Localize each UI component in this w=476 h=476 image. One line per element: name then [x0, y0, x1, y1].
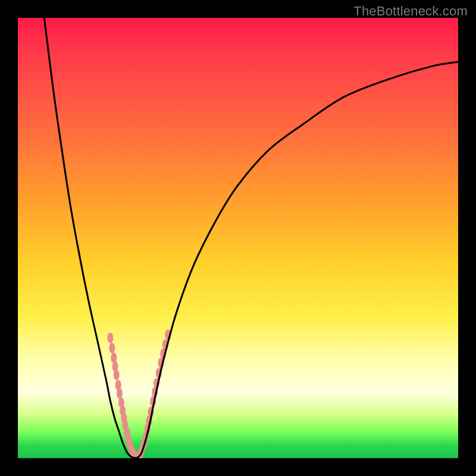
data-marker — [107, 333, 113, 343]
data-marker — [146, 415, 152, 426]
data-marker — [118, 397, 124, 408]
curve-left — [44, 18, 136, 458]
data-marker — [112, 361, 118, 372]
data-marker — [160, 349, 166, 359]
data-marker — [139, 444, 145, 455]
data-marker — [120, 405, 126, 416]
chart-plot-area — [18, 18, 458, 458]
data-marker — [154, 378, 159, 389]
data-markers — [107, 330, 171, 458]
data-marker — [124, 427, 130, 438]
data-marker — [150, 396, 156, 407]
data-marker — [132, 450, 138, 458]
data-marker — [130, 448, 136, 458]
data-marker — [141, 439, 147, 449]
data-marker — [136, 452, 142, 458]
data-marker — [109, 343, 115, 353]
data-marker — [127, 439, 133, 449]
data-marker — [123, 420, 129, 431]
data-marker — [111, 352, 117, 363]
data-marker — [152, 387, 158, 397]
data-marker — [145, 424, 151, 434]
chart-frame: TheBottleneck.com — [0, 0, 476, 476]
data-marker — [115, 380, 121, 390]
data-marker — [162, 339, 168, 350]
data-marker — [121, 413, 127, 424]
data-marker — [143, 431, 149, 442]
data-marker — [165, 330, 171, 340]
data-marker — [156, 368, 162, 378]
data-marker — [126, 433, 131, 444]
watermark-text: TheBottleneck.com — [353, 4, 468, 19]
data-marker — [114, 369, 120, 380]
curve-right — [137, 62, 458, 458]
data-marker — [134, 452, 140, 458]
data-marker — [129, 444, 134, 455]
data-marker — [117, 388, 123, 399]
chart-svg-layer — [18, 18, 458, 458]
data-marker — [158, 358, 164, 368]
data-marker — [137, 449, 143, 458]
data-marker — [148, 406, 154, 417]
